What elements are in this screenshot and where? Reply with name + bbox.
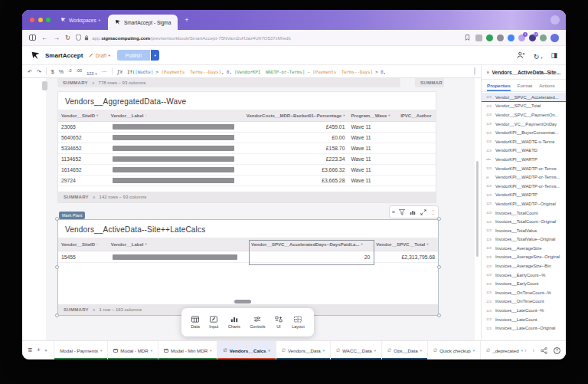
field-list-item[interactable]: 123Invoices__AverageSize--Original — [482, 253, 566, 262]
column-header[interactable]: VendorCosts__MDR--Bucket01--Percentage▾ — [237, 110, 348, 121]
add-page-dropdown-icon[interactable]: ▾ — [45, 349, 47, 353]
field-list-item[interactable]: t/fVendorKPI__WADTP-or-Terms... — [482, 172, 566, 182]
profile-circle[interactable] — [550, 15, 560, 25]
page-tab[interactable]: ∅Quick checkup▾ — [427, 341, 480, 359]
extension-window-icon[interactable] — [475, 34, 482, 41]
field-list-item[interactable]: abcVendorKPI__WARTP — [482, 155, 566, 164]
extension-purple-icon[interactable]: 14 — [529, 34, 536, 41]
column-header[interactable]: Vendor__Label▾ — [108, 238, 248, 251]
publish-dropdown-button[interactable]: ▾ — [151, 50, 159, 61]
extension-flower-icon[interactable]: 1 — [518, 34, 525, 41]
field-list-item[interactable]: 123Invoices__OnTimeCount--% — [482, 288, 566, 297]
browser-tab-active[interactable]: SmartAccept - Sigma — [108, 15, 178, 30]
page-list-icon[interactable]: ≣ — [28, 347, 32, 353]
summary-bar-partial-right[interactable]: SUMMAR — [415, 78, 444, 87]
field-list-item[interactable]: 123Vendor__SPVC__Accelerated... — [482, 93, 566, 102]
column-header[interactable]: Vendor__SPVC__Total▾ — [373, 238, 438, 251]
field-list-item[interactable]: 123Invoices__LateCount--% — [482, 306, 566, 315]
field-list-item[interactable]: 123Invoices__OnTimeCount — [482, 297, 566, 307]
workbook-canvas[interactable]: SUMMARY ∧ 778 rows – 93 columns SUMMAR V… — [46, 78, 475, 340]
more-formats-button[interactable]: ⋯ — [102, 69, 107, 74]
page-tab[interactable]: ∅_deprecated▾ — [480, 341, 524, 359]
field-list-item[interactable]: 123Vendor__SPVC__PaymentOn... — [482, 110, 566, 120]
back-button[interactable]: ← — [41, 34, 48, 41]
forward-button[interactable]: → — [54, 34, 60, 41]
field-list-item[interactable]: 123Invoices__EarlyCount — [482, 279, 566, 288]
new-tab-button[interactable]: + — [185, 17, 188, 24]
field-list-item[interactable]: 123VendorKPI__WADTP--Original — [482, 199, 566, 208]
resize-handle-nw[interactable] — [55, 217, 59, 221]
share-icon[interactable] — [541, 347, 547, 354]
browser-avatar[interactable] — [550, 34, 559, 42]
column-header[interactable]: Vendor__SiteID↕ — [58, 238, 108, 251]
page-tab[interactable]: ∅WACC__Data▾ — [330, 341, 381, 359]
extension-gray-icon[interactable] — [497, 34, 504, 41]
element-summary-bar[interactable]: SUMMARY ∧ 142 rows – 93 columns — [58, 192, 436, 202]
summary-bar-partial-top[interactable]: SUMMARY ∧ 778 rows – 93 columns — [57, 78, 400, 87]
table-row[interactable]: 15455 20 £2,313,795.68 — [58, 251, 438, 263]
resize-handle-e[interactable] — [437, 265, 441, 269]
table-row[interactable]: 29724£3,665.28Wave 11 — [58, 176, 436, 186]
filter-icon[interactable] — [399, 209, 405, 215]
field-list-item[interactable]: 123VendorKPI__WADTE-v-Terms — [482, 137, 566, 146]
field-list-item[interactable]: 123VendorKPI__WADTP-or-Terms — [482, 164, 566, 173]
add-data-button[interactable]: Data — [191, 316, 200, 329]
add-controls-button[interactable]: Controls — [250, 316, 265, 329]
field-list-item[interactable]: 123Vendor__VC__PaymentOnDay — [482, 120, 566, 129]
field-list-item[interactable]: 123Vendor__SPVC__Total — [482, 102, 566, 111]
field-list-item[interactable]: 123Invoices__LateCount — [482, 315, 566, 324]
field-list-item[interactable]: 123VendorKPI__WAETD — [482, 146, 566, 156]
formula-scrollbar[interactable] — [474, 67, 476, 75]
refresh-menu[interactable]: ↻▾ — [534, 48, 543, 62]
kebab-menu-icon[interactable]: ⋮ — [430, 209, 436, 215]
undo-button[interactable]: ↶ — [28, 69, 32, 74]
table-row[interactable]: 1134652£223.34Wave 11 — [58, 154, 436, 165]
number-format-menu[interactable]: 123▾ — [87, 64, 96, 78]
left-panel-handle[interactable] — [42, 81, 47, 90]
column-header[interactable]: Program__Wave▾ — [348, 110, 397, 121]
tab-properties[interactable]: Properties — [487, 80, 511, 91]
increase-decimal-button[interactable]: .00 — [76, 69, 82, 74]
publish-button[interactable]: Publish — [117, 50, 150, 61]
column-header[interactable]: Vendor__SiteID▾ — [58, 110, 108, 121]
field-list-item[interactable]: 123Invoices__TotalCount--Original — [482, 217, 566, 226]
field-list-item[interactable]: 123Invoices__AverageSize — [482, 244, 566, 253]
extension-green-gray-icon[interactable] — [540, 34, 547, 41]
table-row[interactable]: 23065£459.01Wave 11 — [58, 122, 436, 133]
add-ui-button[interactable]: UI — [275, 316, 283, 329]
column-header[interactable]: IPVC__Author — [397, 110, 436, 121]
help-icon[interactable]: ? — [554, 347, 560, 354]
tab-format[interactable]: Format — [518, 80, 533, 91]
resize-handle-w[interactable] — [55, 265, 59, 269]
minimize-window-button[interactable] — [38, 18, 43, 22]
extension-check-icon[interactable] — [486, 34, 493, 41]
resize-handle-se[interactable] — [437, 313, 441, 317]
field-list-item[interactable]: 123Invoices__AverageSize--Bin — [482, 261, 566, 271]
sidebar-toggle-icon[interactable] — [29, 34, 36, 41]
add-layout-button[interactable]: Layout — [292, 316, 305, 329]
page-tab[interactable]: Modal - Min MDR▾ — [158, 341, 217, 359]
table-row[interactable]: 5334652£158.70Wave 11 — [58, 143, 436, 154]
column-header[interactable]: Vendor__Label↕ — [108, 110, 237, 121]
maximize-icon[interactable] — [420, 209, 426, 215]
page-tab[interactable]: ∅Ops__Data▾ — [381, 341, 427, 359]
page-tab[interactable]: Modal - MDR▾ — [107, 341, 158, 359]
resize-handle-ne[interactable] — [437, 217, 441, 221]
table-row[interactable]: 1614652£3,666.32Wave 11 — [58, 165, 436, 176]
add-page-button[interactable]: + — [37, 347, 40, 353]
close-window-button[interactable] — [30, 18, 34, 22]
tab-actions[interactable]: Actions — [539, 80, 554, 91]
currency-format-button[interactable]: $ — [51, 69, 54, 74]
reload-button[interactable]: ↻ — [65, 34, 70, 41]
element-menu-icon[interactable]: ≡ — [392, 209, 395, 215]
table-element-aggregated-wave[interactable]: Vendors__AggregatedData--Wave Vendor__Si… — [57, 91, 436, 203]
field-list-item[interactable]: 123VendorKPI__WADTP-or-Terms... — [482, 182, 566, 191]
field-list-item[interactable]: 123VendorKPI__WADTP — [482, 191, 566, 200]
page-tab[interactable]: ∅Vendors__Calcs▾ — [217, 341, 275, 359]
extension-blue-icon[interactable] — [508, 34, 514, 41]
address-field[interactable]: app.sigmacomputing.com/previse/workbook/… — [76, 34, 459, 41]
add-charts-button[interactable]: Charts — [228, 316, 240, 329]
resize-handle-sw[interactable] — [55, 313, 59, 317]
page-tab[interactable]: Modal - Payments▾ — [54, 341, 107, 359]
field-list-item[interactable]: 123VendorKPI__BuyerConcentrat... — [482, 128, 566, 137]
